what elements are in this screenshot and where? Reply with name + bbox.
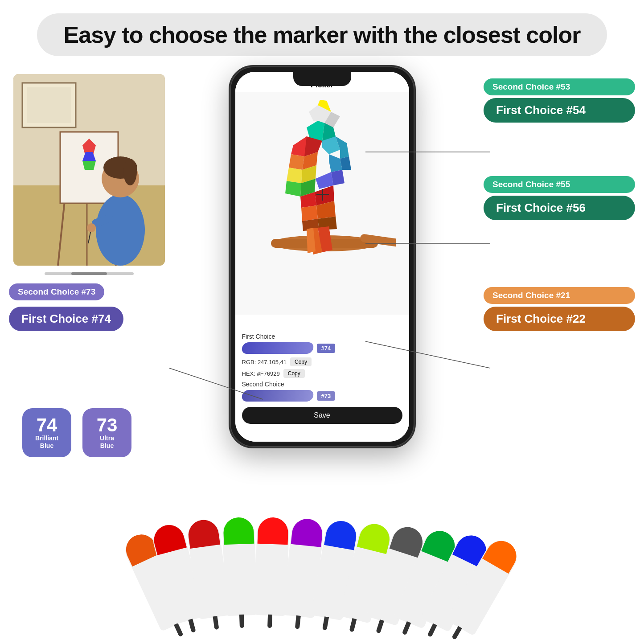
hex-row: HEX: #F76929 Copy xyxy=(242,369,402,378)
left-secondary-badge: Second Choice #73 xyxy=(9,283,104,300)
phone-screen: Picker xyxy=(235,72,409,442)
svg-marker-30 xyxy=(289,154,304,170)
header: Easy to choose the marker with the close… xyxy=(0,0,644,65)
artist-photo xyxy=(13,74,165,266)
svg-rect-5 xyxy=(27,87,71,123)
phone-content: First Choice #74 RGB: 247,105,41 Copy HE… xyxy=(235,92,409,442)
rgb-row: RGB: 247,105,41 Copy xyxy=(242,357,402,366)
scroll-indicator xyxy=(45,272,134,275)
svg-marker-32 xyxy=(287,168,302,183)
right-top-primary-badge: First Choice #54 xyxy=(484,98,635,123)
marker-73-badge: #73 xyxy=(317,391,336,401)
copy-rgb-button[interactable]: Copy xyxy=(290,357,312,366)
right-badges: Second Choice #53 First Choice #54 Secon… xyxy=(484,78,635,331)
hex-value: HEX: #F76929 xyxy=(242,370,280,377)
svg-marker-41 xyxy=(331,170,345,185)
right-mid-secondary-badge: Second Choice #55 xyxy=(484,176,635,193)
svg-marker-44 xyxy=(301,205,318,221)
right-bot-primary-badge: First Choice #22 xyxy=(484,307,635,331)
right-bot-secondary-badge: Second Choice #21 xyxy=(484,287,635,304)
marker-chip-74: 74 BrilliantBlue xyxy=(22,408,71,457)
right-top-secondary-badge: Second Choice #53 xyxy=(484,78,635,95)
first-choice-label: First Choice xyxy=(242,333,402,340)
list-item xyxy=(222,517,258,616)
marker-74-badge: #74 xyxy=(317,344,336,353)
second-choice-label: Second Choice xyxy=(242,381,402,388)
badges-left: Second Choice #73 First Choice #74 xyxy=(9,283,123,331)
svg-point-13 xyxy=(96,194,145,266)
parrot-area xyxy=(235,92,409,315)
header-pill: Easy to choose the marker with the close… xyxy=(37,13,607,56)
svg-point-18 xyxy=(87,223,96,232)
phone-notch xyxy=(293,72,351,86)
header-title: Easy to choose the marker with the close… xyxy=(64,22,581,48)
rgb-value: RGB: 247,105,41 xyxy=(242,359,287,365)
right-mid-primary-badge: First Choice #56 xyxy=(484,196,635,220)
copy-hex-button[interactable]: Copy xyxy=(283,369,305,378)
phone-mockup: Picker xyxy=(229,65,416,448)
main-area: Second Choice #73 First Choice #74 Picke… xyxy=(0,65,644,622)
marker-chip-73: 73 UltraBlue xyxy=(82,408,131,457)
phone-panel: First Choice #74 RGB: 247,105,41 Copy HE… xyxy=(235,326,409,442)
svg-marker-12 xyxy=(82,161,96,170)
svg-point-16 xyxy=(123,159,137,185)
save-button[interactable]: Save xyxy=(242,407,402,424)
markers-row xyxy=(0,462,644,622)
left-primary-badge: First Choice #74 xyxy=(9,307,123,331)
